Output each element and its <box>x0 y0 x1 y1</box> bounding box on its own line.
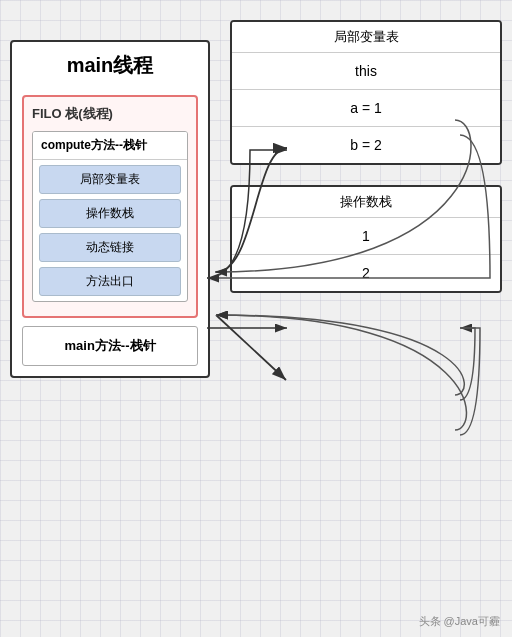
operand-row-1: 2 <box>232 255 500 291</box>
operand-stack-item: 操作数栈 <box>39 199 181 228</box>
method-exit-item: 方法出口 <box>39 267 181 296</box>
local-var-table-item: 局部变量表 <box>39 165 181 194</box>
compute-frame: compute方法--栈针 局部变量表 操作数栈 动态链接 方法出口 <box>32 131 188 302</box>
local-var-row-0: this <box>232 53 500 90</box>
main-thread-title: main线程 <box>22 52 198 85</box>
main-thread-box: main线程 FILO 栈(线程) compute方法--栈针 局部变量表 操作… <box>10 40 210 378</box>
right-column: 局部变量表 this a = 1 b = 2 操作数栈 1 2 <box>230 20 502 293</box>
filo-box: FILO 栈(线程) compute方法--栈针 局部变量表 操作数栈 动态链接… <box>22 95 198 318</box>
operand-stack-title: 操作数栈 <box>232 187 500 218</box>
main-frame: main方法--栈针 <box>22 326 198 366</box>
dynamic-link-item: 动态链接 <box>39 233 181 262</box>
compute-frame-title: compute方法--栈针 <box>33 132 187 160</box>
operand-stack-box: 操作数栈 1 2 <box>230 185 502 293</box>
local-var-table-box: 局部变量表 this a = 1 b = 2 <box>230 20 502 165</box>
local-var-row-2: b = 2 <box>232 127 500 163</box>
operand-row-0: 1 <box>232 218 500 255</box>
watermark: 头条 @Java可霾 <box>419 614 500 629</box>
filo-title: FILO 栈(线程) <box>32 105 188 123</box>
diagram-container: main线程 FILO 栈(线程) compute方法--栈针 局部变量表 操作… <box>10 20 502 607</box>
local-var-row-1: a = 1 <box>232 90 500 127</box>
local-var-table-title: 局部变量表 <box>232 22 500 53</box>
